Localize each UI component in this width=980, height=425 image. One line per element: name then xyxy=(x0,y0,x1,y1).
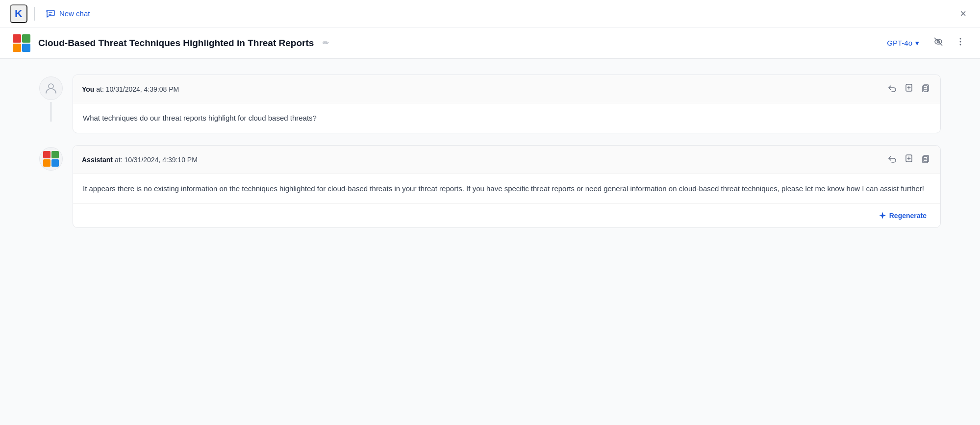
header-right: GPT-4o ▾ xyxy=(882,34,968,51)
sparkle-icon xyxy=(879,212,886,220)
model-name: GPT-4o xyxy=(887,39,912,47)
new-chat-label: New chat xyxy=(59,9,90,18)
assistant-message-sender: Assistant at: 10/31/2024, 4:39:10 PM xyxy=(82,156,198,164)
user-message-sender: You at: 10/31/2024, 4:39:08 PM xyxy=(82,85,179,93)
assistant-logo-icon xyxy=(42,150,60,168)
user-avatar-group xyxy=(39,75,63,122)
svg-point-9 xyxy=(960,44,961,46)
more-options-button[interactable] xyxy=(953,35,968,51)
svg-rect-21 xyxy=(51,159,59,167)
user-avatar xyxy=(39,76,63,100)
assistant-reply-icon[interactable] xyxy=(886,152,898,167)
header-bar: Cloud-Based Threat Techniques Highlighte… xyxy=(0,27,980,59)
top-bar: K New chat × xyxy=(0,0,980,27)
svg-point-8 xyxy=(960,41,961,43)
svg-rect-18 xyxy=(43,151,50,158)
chat-bubble-icon xyxy=(46,9,55,19)
top-bar-left: K New chat xyxy=(10,4,94,23)
app-logo xyxy=(12,33,31,53)
assistant-add-file-icon[interactable] xyxy=(903,152,915,167)
edit-icon[interactable]: ✏ xyxy=(323,38,329,48)
user-message-body: What techniques do our threat reports hi… xyxy=(73,103,940,133)
user-thread-line xyxy=(50,102,51,122)
close-button[interactable]: × xyxy=(956,5,970,22)
user-message-header: You at: 10/31/2024, 4:39:08 PM xyxy=(73,75,940,103)
header-left: Cloud-Based Threat Techniques Highlighte… xyxy=(12,33,329,53)
svg-rect-2 xyxy=(13,44,21,52)
svg-rect-20 xyxy=(43,159,50,167)
user-message-card: You at: 10/31/2024, 4:39:08 PM xyxy=(73,75,941,133)
chat-area: You at: 10/31/2024, 4:39:08 PM xyxy=(0,59,980,425)
svg-rect-3 xyxy=(22,44,30,52)
regenerate-button[interactable]: Regenerate xyxy=(875,210,930,222)
assistant-message-actions xyxy=(886,152,931,167)
assistant-message-body: It appears there is no existing informat… xyxy=(73,174,940,203)
regenerate-label: Regenerate xyxy=(889,212,927,220)
user-message-wrapper: You at: 10/31/2024, 4:39:08 PM xyxy=(39,75,941,133)
user-clipboard-icon[interactable] xyxy=(920,82,931,96)
k-logo-button[interactable]: K xyxy=(10,4,27,23)
top-bar-divider xyxy=(34,7,35,21)
svg-rect-19 xyxy=(51,151,59,158)
chevron-down-icon: ▾ xyxy=(915,39,919,48)
assistant-avatar xyxy=(39,147,63,171)
assistant-clipboard-icon[interactable] xyxy=(920,152,931,167)
svg-point-10 xyxy=(49,84,53,89)
eye-slash-button[interactable] xyxy=(930,34,947,51)
user-message-actions xyxy=(886,82,931,96)
new-chat-button[interactable]: New chat xyxy=(42,7,94,21)
assistant-message-card: Assistant at: 10/31/2024, 4:39:10 PM xyxy=(73,145,941,228)
user-reply-icon[interactable] xyxy=(886,82,898,96)
svg-point-7 xyxy=(960,38,961,40)
user-add-file-icon[interactable] xyxy=(903,82,915,96)
assistant-avatar-group xyxy=(39,145,63,171)
model-selector-button[interactable]: GPT-4o ▾ xyxy=(882,36,924,50)
assistant-message-wrapper: Assistant at: 10/31/2024, 4:39:10 PM xyxy=(39,145,941,228)
assistant-message-footer: Regenerate xyxy=(73,203,940,227)
svg-rect-1 xyxy=(22,34,30,43)
svg-rect-0 xyxy=(13,34,21,43)
assistant-message-header: Assistant at: 10/31/2024, 4:39:10 PM xyxy=(73,146,940,174)
page-title: Cloud-Based Threat Techniques Highlighte… xyxy=(38,38,314,49)
